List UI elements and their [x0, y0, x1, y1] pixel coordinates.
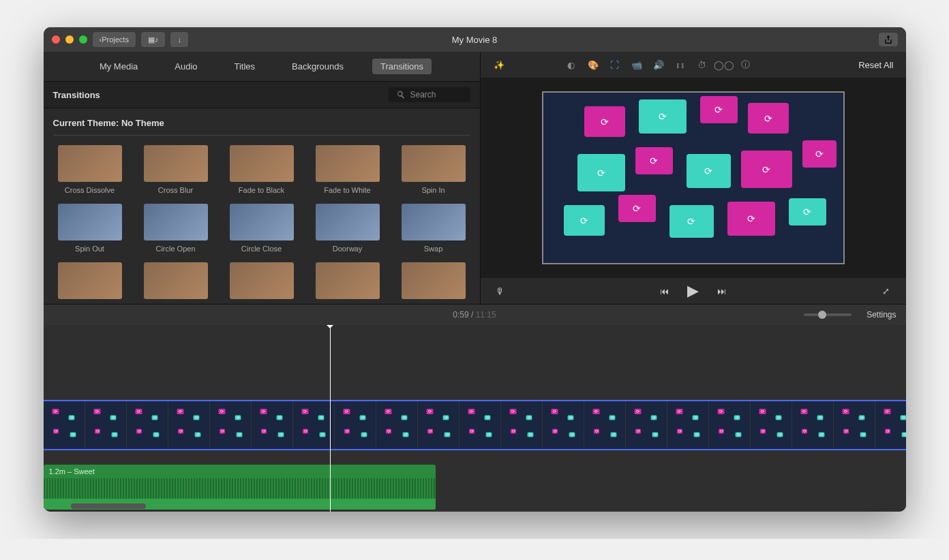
video-frame[interactable]: [709, 401, 751, 449]
video-frame[interactable]: [834, 401, 875, 449]
transition-thumb: [402, 204, 466, 240]
playhead[interactable]: [330, 325, 331, 512]
close-window[interactable]: [52, 35, 60, 44]
crop-icon[interactable]: ⛶: [609, 59, 621, 71]
video-frame[interactable]: [418, 401, 460, 449]
tab-backgrounds[interactable]: Backgrounds: [284, 59, 352, 74]
import-button[interactable]: ↓: [170, 32, 188, 47]
transition-fade-to-white[interactable]: Fade to White: [311, 145, 385, 194]
transition-swap[interactable]: Swap: [397, 204, 470, 253]
transition-label: Spin Out: [75, 245, 104, 253]
volume-icon[interactable]: 🔊: [652, 59, 665, 71]
video-frame[interactable]: [667, 401, 709, 449]
audio-waveform: [44, 478, 436, 499]
transition-item-11[interactable]: [139, 262, 213, 303]
section-header: Transitions: [53, 90, 100, 100]
transition-item-12[interactable]: [225, 262, 299, 303]
timebar: 0:59 / 11:15 Settings: [44, 304, 906, 325]
transition-item-13[interactable]: [311, 262, 385, 303]
video-frame[interactable]: [127, 401, 168, 449]
transition-spin-in[interactable]: Spin In: [397, 145, 470, 194]
video-frame[interactable]: [501, 401, 543, 449]
transition-fade-to-black[interactable]: Fade to Black: [225, 145, 299, 194]
browser-tabs: My Media Audio Titles Backgrounds Transi…: [44, 52, 480, 81]
video-frame[interactable]: [626, 401, 667, 449]
transition-thumb: [402, 145, 466, 182]
speed-icon[interactable]: ⏱: [696, 59, 708, 71]
transition-cross-dissolve[interactable]: Cross Dissolve: [53, 145, 127, 194]
transition-circle-open[interactable]: Circle Open: [139, 204, 213, 253]
transition-circle-close[interactable]: Circle Close: [225, 204, 299, 253]
transition-label: Cross Blur: [158, 186, 193, 194]
reset-all-button[interactable]: Reset All: [858, 60, 893, 70]
transition-thumb: [144, 262, 208, 299]
tab-titles[interactable]: Titles: [226, 59, 264, 74]
transition-cross-blur[interactable]: Cross Blur: [139, 145, 213, 194]
stabilize-icon[interactable]: 📹: [631, 59, 643, 71]
info-icon[interactable]: ⓘ: [740, 59, 752, 71]
theme-label: Current Theme: No Theme: [53, 118, 470, 136]
transition-thumb: [144, 145, 208, 182]
transition-thumb: [402, 262, 466, 299]
transition-item-10[interactable]: [53, 262, 127, 303]
minimize-window[interactable]: [65, 35, 74, 44]
color-balance-icon[interactable]: ◐: [565, 59, 577, 71]
video-frame[interactable]: [584, 401, 626, 449]
video-frame[interactable]: [792, 401, 834, 449]
back-projects-button[interactable]: ‹ Projects: [93, 32, 136, 47]
media-library-button[interactable]: ▦♪: [141, 32, 166, 47]
share-button[interactable]: [879, 33, 898, 46]
transition-thumb: [58, 262, 122, 299]
transition-thumb: [230, 145, 294, 182]
transition-thumb: [316, 145, 380, 182]
zoom-slider[interactable]: [804, 313, 852, 316]
tab-transitions[interactable]: Transitions: [372, 59, 432, 74]
current-time: 0:59: [453, 310, 468, 320]
video-frame[interactable]: [85, 401, 127, 449]
window-title: My Movie 8: [452, 35, 497, 45]
timeline[interactable]: 1.2m – Sweet: [44, 325, 906, 512]
noise-icon[interactable]: ⫾⫾: [674, 59, 687, 71]
transitions-grid: Cross DissolveCross BlurFade to BlackFad…: [53, 145, 470, 303]
transition-doorway[interactable]: Doorway: [311, 204, 385, 253]
play-button[interactable]: ▶: [687, 285, 699, 297]
enhance-icon[interactable]: ✨: [493, 59, 505, 71]
settings-button[interactable]: Settings: [867, 310, 896, 320]
transition-label: Cross Dissolve: [65, 186, 115, 194]
back-label: Projects: [102, 35, 129, 44]
video-frame[interactable]: [376, 401, 418, 449]
filter-icon[interactable]: ◯◯: [718, 59, 730, 71]
preview-viewer[interactable]: [481, 78, 906, 278]
video-frame[interactable]: [335, 401, 376, 449]
transition-thumb: [316, 262, 380, 299]
tab-my-media[interactable]: My Media: [91, 59, 146, 74]
video-frame[interactable]: [543, 401, 584, 449]
fullscreen-icon[interactable]: ⤢: [880, 285, 892, 297]
video-track[interactable]: [44, 400, 906, 450]
video-frame[interactable]: [875, 401, 906, 449]
video-frame[interactable]: [460, 401, 501, 449]
transition-thumb: [230, 262, 294, 299]
transition-label: Circle Close: [241, 245, 282, 253]
transition-thumb: [316, 204, 380, 240]
voiceover-icon[interactable]: 🎙: [494, 285, 507, 297]
video-frame[interactable]: [252, 401, 293, 449]
video-frame[interactable]: [44, 401, 85, 449]
transition-label: Circle Open: [155, 245, 195, 253]
transition-label: Fade to Black: [239, 186, 284, 194]
transition-spin-out[interactable]: Spin Out: [53, 204, 127, 253]
video-frame[interactable]: [751, 401, 792, 449]
search-input[interactable]: Search: [389, 87, 470, 102]
prev-button[interactable]: ⏮: [659, 285, 671, 297]
color-correction-icon[interactable]: 🎨: [587, 59, 599, 71]
maximize-window[interactable]: [79, 35, 87, 44]
audio-clip-label: 1.2m – Sweet: [44, 465, 436, 478]
transition-thumb: [58, 145, 122, 182]
transition-item-14[interactable]: [397, 262, 470, 303]
timeline-scrollbar[interactable]: [71, 503, 146, 509]
video-frame[interactable]: [210, 401, 252, 449]
video-frame[interactable]: [293, 401, 335, 449]
next-button[interactable]: ⏭: [716, 285, 728, 297]
video-frame[interactable]: [168, 401, 210, 449]
tab-audio[interactable]: Audio: [166, 59, 205, 74]
